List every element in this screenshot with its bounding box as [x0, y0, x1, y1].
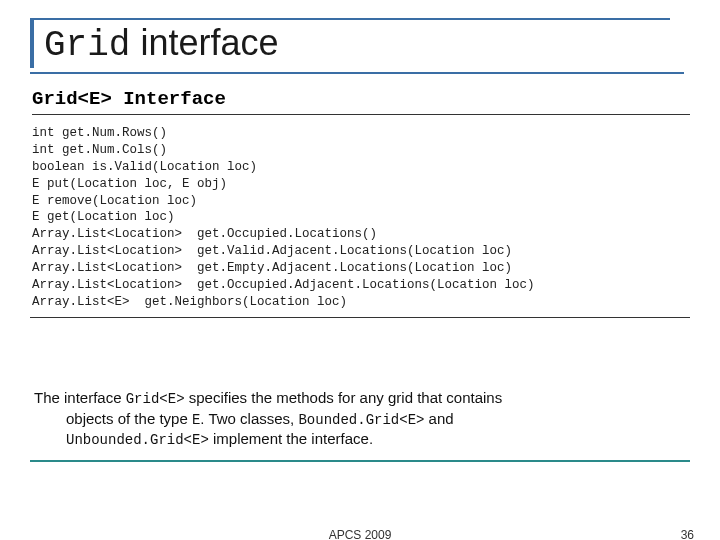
description-paragraph: The interface Grid<E> specifies the meth… — [30, 388, 690, 451]
code-line: E get(Location loc) — [32, 209, 690, 226]
description-underline — [30, 460, 690, 462]
title-text-part: interface — [130, 22, 278, 63]
code-line: Array.List<Location> get.Occupied.Adjace… — [32, 277, 690, 294]
code-block: Grid<E> Interface int get.Num.Rows() int… — [30, 88, 690, 318]
title-underline — [30, 72, 684, 74]
code-line: E put(Location loc, E obj) — [32, 176, 690, 193]
code-heading: Grid<E> Interface — [32, 88, 690, 115]
code-line: Array.List<Location> get.Empty.Adjacent.… — [32, 260, 690, 277]
desc-line3: Unbounded.Grid<E> implement the interfac… — [34, 429, 680, 450]
slide-title: Grid interface — [44, 22, 670, 66]
desc-text: . Two classes, — [200, 410, 298, 427]
code-line: boolean is.Valid(Location loc) — [32, 159, 690, 176]
code-line: Array.List<Location> get.Occupied.Locati… — [32, 226, 690, 243]
desc-text: implement the interface. — [209, 430, 373, 447]
slide: Grid interface Grid<E> Interface int get… — [0, 0, 720, 540]
title-container: Grid interface — [30, 18, 670, 68]
desc-code: Bounded.Grid<E> — [298, 412, 424, 428]
code-line: Array.List<Location> get.Valid.Adjacent.… — [32, 243, 690, 260]
code-line: Array.List<E> get.Neighbors(Location loc… — [32, 294, 690, 311]
desc-code: Grid<E> — [126, 391, 185, 407]
desc-line2: objects of the type E. Two classes, Boun… — [34, 409, 680, 430]
desc-text: specifies the methods for any grid that … — [185, 389, 503, 406]
desc-text: The interface — [34, 389, 126, 406]
desc-code: Unbounded.Grid<E> — [66, 432, 209, 448]
desc-text: objects of the type — [66, 410, 192, 427]
page-number: 36 — [681, 528, 694, 540]
desc-text: and — [424, 410, 453, 427]
code-line: int get.Num.Cols() — [32, 142, 690, 159]
title-code-part: Grid — [44, 25, 130, 66]
code-line: E remove(Location loc) — [32, 193, 690, 210]
footer-center-text: APCS 2009 — [329, 528, 392, 540]
code-line: int get.Num.Rows() — [32, 125, 690, 142]
